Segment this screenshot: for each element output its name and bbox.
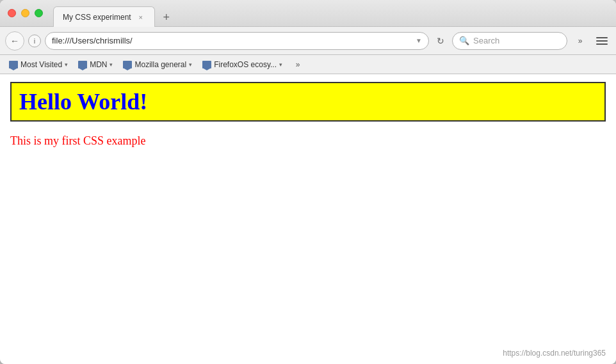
bookmark-most-visited-arrow: ▾: [65, 61, 68, 68]
minimize-button[interactable]: [21, 9, 29, 17]
address-dropdown-icon[interactable]: ▼: [416, 37, 422, 44]
hamburger-line-1: [596, 37, 608, 38]
back-button[interactable]: ←: [5, 31, 24, 51]
hamburger-line-3: [596, 44, 608, 45]
bookmark-most-visited[interactable]: Most Visited ▾: [5, 59, 72, 70]
new-tab-button[interactable]: +: [158, 8, 175, 26]
bookmark-mdn-folder-icon: [78, 61, 87, 68]
tab-bar: My CSS experiment × +: [53, 0, 608, 26]
hello-world-heading: Hello World!: [10, 82, 606, 122]
bookmark-mozilla-arrow: ▾: [189, 61, 192, 68]
bookmark-firefoxos-arrow: ▾: [279, 61, 282, 68]
bookmark-firefoxos-folder-icon: [202, 61, 211, 68]
bookmarks-bar: Most Visited ▾ MDN ▾ Mozilla general ▾ F…: [0, 55, 616, 74]
watermark: https://blog.csdn.net/turing365: [503, 349, 606, 358]
reload-button[interactable]: ↻: [433, 35, 448, 47]
address-text: file:///Users/chrismills/: [52, 36, 412, 45]
bookmark-firefoxos-label: FirefoxOS ecosy...: [214, 60, 277, 69]
menu-button[interactable]: [593, 32, 611, 50]
traffic-lights: [8, 9, 43, 17]
nav-overflow-button[interactable]: »: [571, 32, 589, 50]
search-placeholder-text: Search: [473, 36, 499, 45]
bookmark-mdn-arrow: ▾: [109, 61, 113, 68]
close-button[interactable]: [8, 9, 16, 17]
css-example-paragraph: This is my first CSS example: [10, 134, 606, 148]
page-content: Hello World! This is my first CSS exampl…: [0, 74, 616, 364]
bookmark-firefoxos[interactable]: FirefoxOS ecosy... ▾: [199, 59, 286, 70]
bookmark-most-visited-label: Most Visited: [20, 60, 62, 69]
title-bar: My CSS experiment × +: [0, 0, 616, 27]
info-icon: i: [34, 37, 35, 45]
search-bar[interactable]: 🔍 Search: [452, 32, 567, 50]
bookmark-mozilla-folder-icon: [123, 61, 132, 68]
info-button[interactable]: i: [28, 35, 41, 47]
bookmarks-overflow-button[interactable]: »: [289, 56, 307, 74]
browser-window: My CSS experiment × + ← i file:///Users/…: [0, 0, 616, 364]
maximize-button[interactable]: [35, 9, 43, 17]
search-icon: 🔍: [459, 36, 469, 45]
hamburger-line-2: [596, 40, 608, 42]
bookmark-mdn[interactable]: MDN ▾: [74, 59, 117, 70]
bookmark-mozilla-general[interactable]: Mozilla general ▾: [119, 59, 196, 70]
bookmark-folder-icon: [9, 61, 18, 68]
bookmark-mdn-label: MDN: [90, 60, 107, 69]
nav-bar: ← i file:///Users/chrismills/ ▼ ↻ 🔍 Sear…: [0, 27, 616, 55]
tab-close-button[interactable]: ×: [136, 13, 145, 22]
active-tab[interactable]: My CSS experiment ×: [53, 6, 155, 27]
bookmark-mozilla-label: Mozilla general: [134, 60, 186, 69]
tab-title: My CSS experiment: [63, 13, 131, 22]
address-bar[interactable]: file:///Users/chrismills/ ▼: [45, 32, 429, 50]
back-icon: ←: [10, 36, 19, 46]
hello-world-text: Hello World!: [19, 89, 147, 115]
